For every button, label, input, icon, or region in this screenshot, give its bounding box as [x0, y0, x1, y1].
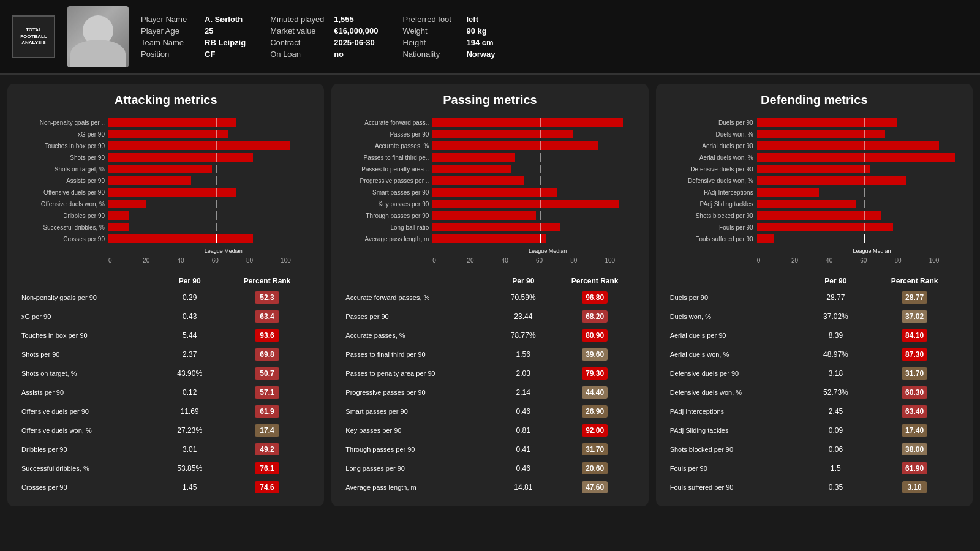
chart-bar — [757, 176, 906, 185]
chart-x-tick: 40 — [826, 257, 860, 264]
age-value: 25 — [205, 26, 213, 36]
header: TOTAL FOOTBALL ANALYSIS Player Name A. S… — [0, 0, 980, 75]
rank-badge: 50.7 — [255, 367, 279, 380]
rank-cell: 87.30 — [865, 345, 963, 364]
chart-bar-container — [757, 130, 963, 138]
table-row: Offensive duels won, % 27.23% 17.4 — [17, 421, 315, 440]
info-team-row: Team Name RB Leipzig — [141, 38, 246, 47]
chart-row: Shots on target, % — [17, 164, 315, 174]
table-row: Fouls suffered per 90 0.35 3.10 — [665, 478, 963, 497]
chart-row: Accurate passes, % — [341, 141, 639, 151]
table-header: Per 90 — [496, 274, 551, 288]
chart-bar-container — [757, 188, 963, 197]
table-header: Percent Rank — [219, 274, 315, 288]
chart-row: Successful dribbles, % — [17, 222, 315, 232]
table-row: Fouls per 90 1.5 61.90 — [665, 459, 963, 478]
per90-cell: 53.85% — [160, 459, 219, 478]
chart-x-tick: 100 — [605, 257, 639, 264]
chart-row: Key passes per 90 — [341, 199, 639, 209]
player-photo — [67, 6, 129, 67]
metric-cell: Long passes per 90 — [341, 459, 496, 478]
chart-bar-label: Offensive duels per 90 — [17, 189, 108, 196]
chart-bar — [108, 188, 236, 197]
rank-cell: 49.2 — [219, 440, 315, 459]
metric-cell: xG per 90 — [17, 307, 160, 326]
chart-bar-container — [108, 211, 315, 220]
chart-bar-container — [432, 223, 639, 231]
chart-bar-label: Passes to penalty area .. — [341, 166, 432, 173]
chart-bar-label: Fouls suffered per 90 — [665, 236, 757, 242]
table-row: Key passes per 90 0.81 92.00 — [341, 421, 639, 440]
chart-row: Defensive duels won, % — [665, 176, 963, 186]
chart-bar — [108, 130, 228, 138]
passing-title: Passing metrics — [341, 93, 639, 107]
foot-value: left — [466, 15, 478, 24]
table-row: PAdj Interceptions 2.45 63.40 — [665, 402, 963, 421]
table-header: Per 90 — [806, 274, 866, 288]
chart-row: Aerial duels won, % — [665, 152, 963, 162]
chart-bar-container — [108, 118, 315, 127]
rank-cell: 63.40 — [865, 402, 963, 421]
table-header: Percent Rank — [865, 274, 963, 288]
chart-bar-container — [757, 176, 963, 185]
chart-bar — [757, 118, 897, 127]
chart-x-axis: 020406080100 — [17, 257, 315, 264]
chart-row: Shots blocked per 90 — [665, 211, 963, 220]
chart-row: Duels won, % — [665, 129, 963, 139]
chart-x-tick: 0 — [108, 257, 143, 264]
chart-row: Fouls suffered per 90 League Median — [665, 234, 963, 244]
rank-badge: 39.60 — [582, 348, 608, 361]
rank-badge: 87.30 — [902, 348, 927, 361]
chart-row: Offensive duels per 90 — [17, 187, 315, 197]
passing-panel: Passing metrics Accurate forward pass.. … — [331, 84, 648, 506]
rank-cell: 60.30 — [865, 383, 963, 402]
table-row: Accurate passes, % 78.77% 80.90 — [341, 326, 639, 345]
rank-badge: 17.40 — [902, 424, 927, 437]
metric-cell: PAdj Interceptions — [665, 402, 806, 421]
rank-cell: 69.8 — [219, 345, 315, 364]
chart-bar-label: Key passes per 90 — [341, 201, 432, 208]
chart-bar — [108, 234, 253, 243]
metric-cell: Fouls suffered per 90 — [665, 478, 806, 497]
metric-cell: Successful dribbles, % — [17, 459, 160, 478]
rank-cell: 3.10 — [865, 478, 963, 497]
chart-bar-container — [108, 200, 315, 208]
table-row: Aerial duels won, % 48.97% 87.30 — [665, 345, 963, 364]
rank-badge: 17.4 — [255, 424, 279, 437]
rank-cell: 20.60 — [551, 459, 639, 478]
chart-row: Passes per 90 — [341, 129, 639, 139]
chart-row: Touches in box per 90 — [17, 141, 315, 151]
rank-badge: 96.80 — [582, 291, 608, 304]
per90-cell: 27.23% — [160, 421, 219, 440]
metric-cell: Accurate forward passes, % — [341, 288, 496, 307]
rank-cell: 26.90 — [551, 402, 639, 421]
rank-badge: 76.1 — [255, 462, 279, 474]
table-row: Defensive duels per 90 3.18 31.70 — [665, 364, 963, 383]
nationality-value: Norway — [466, 50, 495, 59]
league-median-label: League Median — [205, 248, 243, 254]
metric-cell: Dribbles per 90 — [17, 440, 160, 459]
table-row: Touches in box per 90 5.44 93.6 — [17, 326, 315, 345]
metric-cell: PAdj Sliding tackles — [665, 421, 806, 440]
table-row: Offensive duels per 90 11.69 61.9 — [17, 402, 315, 421]
chart-bar — [108, 200, 146, 208]
table-row: Accurate forward passes, % 70.59% 96.80 — [341, 288, 639, 307]
chart-bar — [757, 200, 856, 208]
chart-bar-label: PAdj Interceptions — [665, 189, 757, 196]
metric-cell: Duels per 90 — [665, 288, 806, 307]
table-row: Through passes per 90 0.41 31.70 — [341, 440, 639, 459]
metric-cell: Crosses per 90 — [17, 478, 160, 497]
rank-cell: 80.90 — [551, 326, 639, 345]
metric-cell: Shots blocked per 90 — [665, 440, 806, 459]
chart-bar — [757, 153, 956, 162]
chart-bar-label: PAdj Sliding tackles — [665, 201, 757, 208]
info-loan-row: On Loan no — [270, 50, 378, 59]
per90-cell: 1.45 — [160, 478, 219, 497]
chart-bar — [108, 165, 212, 173]
rank-cell: 92.00 — [551, 421, 639, 440]
chart-x-tick: 80 — [246, 257, 281, 264]
chart-row: PAdj Interceptions — [665, 187, 963, 197]
chart-x-tick: 100 — [281, 257, 315, 264]
rank-cell: 17.40 — [865, 421, 963, 440]
table-row: Duels per 90 28.77 28.77 — [665, 288, 963, 307]
